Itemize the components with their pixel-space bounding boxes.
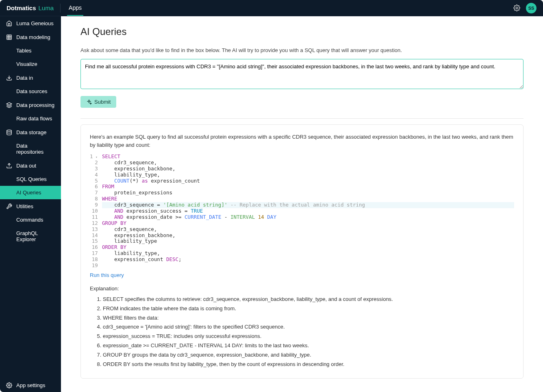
- code-block[interactable]: 1 ▾2345678910111213141516171819 SELECT c…: [90, 154, 514, 269]
- explanation-item: FROM indicates the table where the data …: [103, 305, 514, 313]
- explanation-item: expression_success = TRUE: includes only…: [103, 333, 514, 340]
- submit-label: Submit: [94, 99, 111, 105]
- submit-button[interactable]: Submit: [80, 96, 116, 108]
- explanation-list: SELECT specifies the columns to retrieve…: [90, 296, 514, 368]
- sidebar-item-commands[interactable]: Commands: [0, 213, 61, 226]
- page-title: AI Queries: [80, 26, 523, 37]
- brand-main: Dotmatics: [7, 4, 36, 11]
- sidebar-item-label: AI Queries: [16, 189, 41, 196]
- sidebar-item-label: Data processing: [16, 102, 54, 108]
- explanation-item: WHERE filters the data:: [103, 314, 514, 322]
- explanation-title: Explanation:: [90, 285, 514, 292]
- avatar[interactable]: SS: [526, 3, 536, 13]
- sidebar-item-graphql-explorer[interactable]: GraphQL Explorer: [0, 226, 61, 246]
- sidebar-item-raw-data-flows[interactable]: Raw data flows: [0, 112, 61, 125]
- settings-icon[interactable]: [513, 4, 520, 11]
- code-lines: SELECT cdr3_sequence, expression_backbon…: [102, 154, 514, 269]
- tool-icon: [6, 203, 12, 209]
- svg-rect-1: [7, 35, 11, 39]
- sidebar-item-label: Data repositories: [16, 143, 55, 155]
- sidebar-item-label: App settings: [16, 382, 46, 388]
- grid-icon: [6, 34, 12, 40]
- brand-logo: Dotmatics Luma: [7, 4, 54, 11]
- sidebar-item-label: GraphQL Explorer: [16, 230, 55, 242]
- sidebar-item-label: Data out: [16, 163, 36, 169]
- sidebar-item-data-storage[interactable]: Data storage: [0, 125, 61, 139]
- sidebar-item-label: Luma Geneious: [16, 20, 54, 26]
- sidebar-item-data-in[interactable]: Data in: [0, 71, 61, 85]
- query-input[interactable]: [80, 59, 523, 89]
- brand-sub: Luma: [39, 4, 54, 11]
- layers-icon: [6, 102, 12, 108]
- database-icon: [6, 129, 12, 135]
- sidebar-item-tables[interactable]: Tables: [0, 44, 61, 57]
- sidebar-item-label: Utilities: [16, 203, 33, 209]
- nav-apps[interactable]: Apps: [67, 0, 83, 16]
- sparkle-icon: [86, 99, 92, 105]
- sidebar: Luma Geneious Data modeling Tables Visua…: [0, 16, 61, 392]
- sidebar-item-data-modeling[interactable]: Data modeling: [0, 30, 61, 44]
- explanation-item: SELECT specifies the columns to retrieve…: [103, 296, 514, 303]
- sidebar-item-sql-queries[interactable]: SQL Queries: [0, 172, 61, 186]
- result-divider: [80, 118, 523, 119]
- sidebar-item-label: Data in: [16, 75, 33, 81]
- svg-point-8: [7, 130, 11, 131]
- explanation-item: expression_date >= CURRENT_DATE - INTERV…: [103, 342, 514, 350]
- sidebar-item-data-processing[interactable]: Data processing: [0, 98, 61, 112]
- sidebar-item-utilities[interactable]: Utilities: [0, 199, 61, 213]
- sidebar-item-label: Visualize: [16, 61, 37, 67]
- sidebar-item-label: Data storage: [16, 129, 46, 135]
- explanation-item: cdr3_sequence = '[Amino acid string]': f…: [103, 323, 514, 331]
- upload-icon: [6, 162, 12, 169]
- sidebar-item-data-repositories[interactable]: Data repositories: [0, 139, 61, 159]
- sidebar-item-label: Data sources: [16, 88, 48, 94]
- explanation-item: ORDER BY sorts the results first by liab…: [103, 361, 514, 368]
- topbar: Dotmatics Luma Apps SS: [0, 0, 543, 16]
- sidebar-item-label: Raw data flows: [16, 115, 52, 122]
- explanation-item: GROUP BY groups the data by cdr3_sequenc…: [103, 351, 514, 359]
- sidebar-item-label: Data modeling: [16, 34, 50, 40]
- home-icon: [6, 20, 12, 26]
- sidebar-item-visualize[interactable]: Visualize: [0, 57, 61, 71]
- sidebar-item-label: Commands: [16, 217, 43, 223]
- gear-icon: [6, 382, 12, 388]
- instructions-text: Ask about some data that you'd like to f…: [80, 47, 523, 53]
- svg-point-10: [8, 384, 10, 386]
- sidebar-item-luma-geneious[interactable]: Luma Geneious: [0, 16, 61, 30]
- result-card: Here's an example SQL query to find all …: [80, 124, 523, 379]
- topbar-divider: [60, 4, 61, 13]
- sidebar-item-ai-queries[interactable]: AI Queries: [0, 186, 61, 199]
- result-intro: Here's an example SQL query to find all …: [90, 133, 514, 149]
- sidebar-item-app-settings[interactable]: App settings: [0, 378, 61, 392]
- download-icon: [6, 74, 12, 81]
- sidebar-item-label: Tables: [16, 48, 32, 54]
- main-content: AI Queries Ask about some data that you'…: [61, 16, 543, 392]
- sidebar-item-data-sources[interactable]: Data sources: [0, 85, 61, 98]
- run-query-link[interactable]: Run this query: [90, 272, 124, 278]
- code-gutter: 1 ▾2345678910111213141516171819: [90, 154, 102, 269]
- sidebar-item-label: SQL Queries: [16, 176, 47, 182]
- svg-point-0: [516, 7, 517, 9]
- svg-marker-7: [7, 102, 12, 105]
- sidebar-item-data-out[interactable]: Data out: [0, 159, 61, 172]
